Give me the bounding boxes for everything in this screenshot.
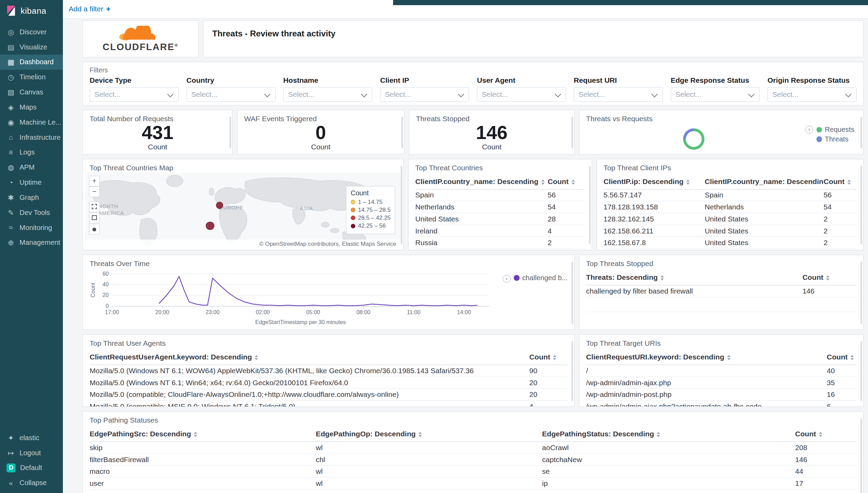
sidebar-item-monitoring[interactable]: ≈Monitoring: [0, 220, 63, 235]
column-header-count[interactable]: Count: [827, 351, 857, 365]
map-legend: Count 1 – 14.7514.75 – 28.528.5 – 42.254…: [346, 186, 395, 234]
panel-scrollbar[interactable]: [571, 262, 573, 324]
legend-item-requests[interactable]: Requests: [816, 126, 854, 134]
column-header-clientrequesturi-keyword[interactable]: ClientRequestURI.keyword: Descending: [586, 351, 827, 365]
map-select-tool-button[interactable]: [89, 202, 100, 212]
sidebar-footer-item-default[interactable]: DDefault: [0, 460, 63, 475]
column-header-count[interactable]: Count: [548, 175, 585, 189]
client-ip-select[interactable]: Select...: [380, 87, 469, 102]
table-cell: 4: [529, 401, 567, 407]
sidebar-footer-item-logout[interactable]: ↦Logout: [0, 445, 63, 460]
column-header-count[interactable]: Count: [529, 351, 567, 365]
legend-dot: [351, 224, 355, 228]
device-type-select[interactable]: Select...: [90, 87, 179, 102]
map-draw-bounds-button[interactable]: [89, 213, 100, 223]
top-threat-countries-table: ClientIP.country_name: DescendingCountSp…: [409, 172, 592, 249]
panel-scrollbar[interactable]: [860, 341, 862, 401]
column-header-edgepathingstatus[interactable]: EdgePathingStatus: Descending: [542, 428, 795, 442]
origin-response-status-select[interactable]: Select...: [767, 87, 856, 102]
hostname-select[interactable]: Select...: [283, 87, 372, 102]
threats-vs-requests-donut-chart[interactable]: [683, 128, 704, 150]
legend-toggle-icon[interactable]: ›: [805, 126, 813, 134]
sidebar-item-dev-tools[interactable]: ✎Dev Tools: [0, 205, 63, 220]
panel-scrollbar[interactable]: [860, 117, 862, 148]
panel-title: Top Threat Countries: [409, 159, 592, 172]
legend-item-threats[interactable]: Threats: [816, 135, 854, 143]
edge-response-status-select[interactable]: Select...: [671, 87, 760, 102]
metric-value: 146: [476, 123, 508, 143]
legend-dot: [816, 136, 822, 142]
marker-icon: [92, 228, 96, 231]
column-header-clientrequestuseragent-keyword[interactable]: ClientRequestUserAgent.keyword: Descendi…: [90, 351, 530, 365]
panel-scrollbar[interactable]: [230, 117, 231, 148]
user-agents-row: Top Threat User Agents ClientRequestUser…: [82, 334, 864, 407]
sidebar-footer-item-elastic[interactable]: ✦elastic: [0, 430, 63, 445]
sidebar-item-canvas[interactable]: ▧Canvas: [0, 85, 63, 100]
map-zoom-out-button[interactable]: −: [89, 186, 100, 197]
legend-dot: [351, 200, 355, 204]
country-select[interactable]: Select...: [187, 87, 276, 102]
column-header-count[interactable]: Count: [802, 271, 856, 285]
sidebar-item-uptime[interactable]: ◔Uptime: [0, 175, 63, 190]
sidebar-nav: ◎Discover▤Visualize▦Dashboard◷Timelion▧C…: [0, 22, 63, 250]
sidebar-item-apm[interactable]: ◍APM: [0, 160, 63, 175]
table-cell: wl: [316, 478, 542, 490]
map-canvas[interactable]: NORTH AMERICA EUROPE ASIA + − Count 1 –: [86, 173, 401, 249]
column-header-clientip-ip[interactable]: ClientIP.ip: Descending: [603, 175, 704, 189]
panel-scrollbar[interactable]: [860, 418, 862, 493]
column-header-clientip-country-name[interactable]: ClientIP.country_name: Descending: [705, 175, 824, 189]
legend-toggle-icon[interactable]: ›: [503, 275, 511, 283]
map-marker-tool-button[interactable]: [89, 224, 100, 234]
svg-text:Count: Count: [90, 283, 96, 298]
panel-scrollbar[interactable]: [589, 166, 591, 244]
map-label-north-america: NORTH AMERICA: [98, 203, 134, 216]
column-header-threats[interactable]: Threats: Descending: [586, 271, 803, 285]
sidebar-item-discover[interactable]: ◎Discover: [0, 24, 63, 39]
logout-icon: ↦: [7, 449, 15, 457]
svg-text:05:00: 05:00: [306, 309, 320, 315]
table-cell: captchaNew: [542, 454, 795, 466]
table-cell: Spain: [415, 189, 548, 201]
sidebar-item-machine-le[interactable]: ◉Machine Le...: [0, 115, 63, 130]
sidebar-item-visualize[interactable]: ▤Visualize: [0, 39, 63, 55]
filters-panel-title: Filters: [90, 66, 857, 74]
column-header-count[interactable]: Count: [795, 428, 857, 442]
dev-tools-icon: ✎: [7, 208, 15, 217]
sidebar-item-dashboard[interactable]: ▦Dashboard: [0, 55, 63, 70]
panel-scrollbar[interactable]: [860, 262, 862, 324]
sidebar-item-timelion[interactable]: ◷Timelion: [0, 70, 63, 85]
sidebar-item-graph[interactable]: ✱Graph: [0, 190, 63, 205]
filter-label-edge-response-status: Edge Response Status: [671, 76, 760, 84]
top-threat-user-agents-data-table: ClientRequestUserAgent.keyword: Descendi…: [90, 351, 568, 407]
table-cell: Russia: [415, 237, 548, 249]
map-marker-netherlands[interactable]: [216, 202, 223, 209]
top-pathing-statuses-table: EdgePathingSrc: DescendingEdgePathingOp:…: [83, 424, 863, 490]
panel-scrollbar[interactable]: [401, 166, 402, 244]
threats-over-time-chart-area[interactable]: 020406017:0020:0023:0002:0005:0008:0011:…: [90, 271, 497, 329]
column-header-count[interactable]: Count: [824, 175, 857, 189]
column-header-edgepathingop[interactable]: EdgePathingOp: Descending: [316, 428, 542, 442]
panel-scrollbar[interactable]: [571, 117, 573, 148]
table-cell: /wp-admin/admin-ajax.php: [586, 377, 827, 389]
sidebar-item-maps[interactable]: ◈Maps: [0, 100, 63, 115]
sidebar-item-infrastructure[interactable]: ⌂Infrastructure: [0, 130, 63, 145]
panel-scrollbar[interactable]: [860, 166, 862, 244]
sidebar-item-logs[interactable]: ≡Logs: [0, 145, 63, 160]
panel-scrollbar[interactable]: [401, 117, 403, 148]
add-filter-link[interactable]: Add a filter +: [69, 4, 111, 14]
panel-scrollbar[interactable]: [571, 341, 573, 401]
sidebar-footer-item-collapse[interactable]: «Collapse: [0, 475, 63, 491]
svg-text:0: 0: [105, 303, 109, 309]
table-cell: 20: [529, 389, 567, 401]
map-zoom-in-button[interactable]: +: [89, 176, 100, 186]
request-uri-select[interactable]: Select...: [574, 87, 663, 102]
sidebar-item-label: Uptime: [20, 179, 42, 186]
svg-text:02:00: 02:00: [256, 309, 270, 315]
user-agent-select[interactable]: Select...: [477, 87, 566, 102]
legend-item-challenged[interactable]: challenged b...: [514, 274, 567, 282]
kibana-home-link[interactable]: kibana: [0, 0, 63, 22]
table-cell: skip: [90, 442, 316, 454]
column-header-edgepathingsrc[interactable]: EdgePathingSrc: Descending: [90, 428, 316, 442]
column-header-clientip-country-name[interactable]: ClientIP.country_name: Descending: [415, 175, 548, 189]
sidebar-item-management[interactable]: ⊕Management: [0, 235, 63, 250]
